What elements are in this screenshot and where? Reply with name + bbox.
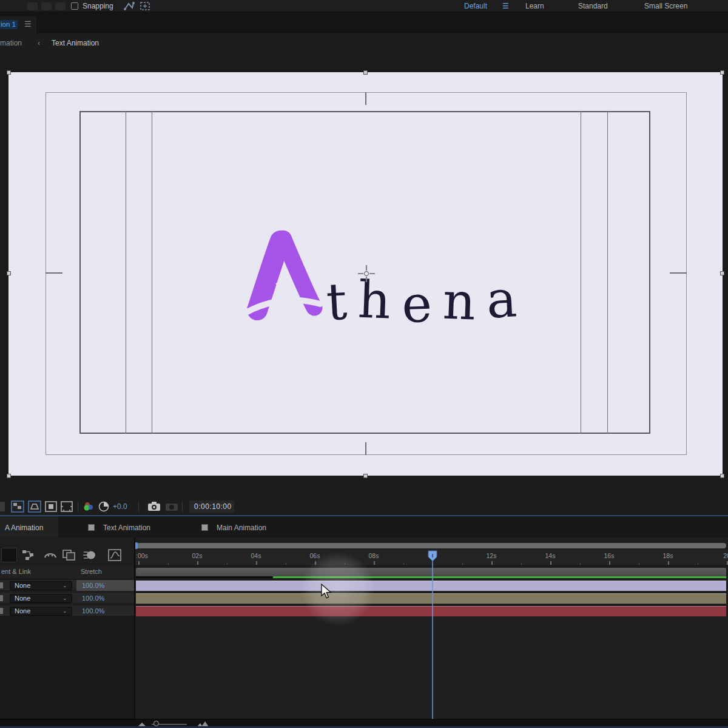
stretch-value[interactable]: 100.0% [82, 582, 104, 589]
layer-icon-fragment [0, 595, 3, 601]
logo-letter: t [325, 275, 359, 328]
workspace-item-default[interactable]: Default [464, 2, 487, 10]
cursor-highlight [302, 553, 374, 625]
timeline-panel: ent & Link Stretch None ⌄ 100.0% None ⌄ … [0, 538, 728, 728]
snapping-checkbox[interactable] [71, 2, 78, 10]
panel-column-divider[interactable] [134, 538, 135, 719]
composition-viewer[interactable]: thena [0, 53, 728, 499]
stretch-cell[interactable]: 100.0% [76, 593, 134, 604]
composition-breadcrumb: mation ‹ Text Animation [0, 33, 728, 53]
clipped-toolbar-icon [0, 502, 5, 511]
time-navigator-bar[interactable] [136, 543, 726, 548]
region-of-interest-icon[interactable] [28, 500, 41, 513]
exposure-value[interactable]: +0.0 [113, 502, 127, 511]
mask-visibility-icon[interactable] [61, 501, 73, 512]
comp-square-icon [201, 524, 208, 531]
chevron-down-icon[interactable]: ⌄ [62, 582, 67, 588]
tab-a-animation[interactable]: A Animation [5, 524, 43, 532]
graph-editor-icon[interactable] [108, 549, 121, 561]
workspace-item-learn[interactable]: Learn [525, 2, 544, 10]
workspace-item-small-screen[interactable]: Small Screen [644, 2, 687, 10]
work-area-bar[interactable] [136, 568, 726, 576]
layer-duration-bar[interactable] [136, 581, 726, 591]
layer-row[interactable]: None ⌄ 100.0% [0, 593, 134, 604]
motion-blur-icon[interactable] [83, 549, 97, 561]
ruler-tick [197, 561, 198, 565]
parent-value[interactable]: None [15, 595, 30, 602]
center-tick [46, 272, 62, 274]
shy-layers-icon[interactable] [44, 549, 57, 561]
parent-link-column-header[interactable]: ent & Link [1, 568, 31, 575]
composition-panel-tab-row: ion 1 ☰ [0, 12, 728, 33]
composition-tab-label[interactable]: ion 1 [0, 20, 18, 29]
selection-handle[interactable] [720, 474, 724, 478]
ruler-tick [256, 561, 257, 565]
show-snapshot-icon[interactable] [165, 501, 178, 512]
selection-handle[interactable] [363, 70, 368, 75]
top-toolbar: Snapping ☰ DefaultLearnStandardSmall Scr… [0, 0, 728, 12]
ruler-minor-tick [580, 563, 581, 565]
motion-path-icon[interactable] [124, 1, 135, 11]
snapshot-camera-icon[interactable] [147, 501, 161, 512]
layer-duration-bar[interactable] [136, 593, 726, 604]
logo-text[interactable]: thena [326, 276, 528, 327]
composition-canvas[interactable]: thena [8, 72, 723, 476]
snapping-label: Snapping [83, 2, 113, 10]
logo-letter-a[interactable] [238, 225, 335, 329]
ruler-tick [609, 561, 610, 565]
layer-duration-bar[interactable] [136, 606, 726, 616]
anchor-point-icon[interactable] [357, 264, 376, 283]
ruler-label: 02s [192, 552, 203, 559]
layer-row[interactable]: None ⌄ 100.0% [0, 605, 134, 616]
selection-handle[interactable] [7, 70, 11, 75]
center-tick [670, 272, 687, 274]
timeline-empty-area[interactable] [135, 616, 728, 719]
column-header-row: ent & Link Stretch [0, 565, 134, 579]
chevron-down-icon[interactable]: ⌄ [62, 595, 67, 601]
layer-row[interactable]: None ⌄ 100.0% [0, 580, 134, 591]
selection-handle[interactable] [720, 271, 724, 275]
selection-handle[interactable] [7, 271, 11, 275]
selection-handle[interactable] [720, 70, 724, 75]
grid-guides-icon[interactable] [45, 501, 57, 512]
toolbar-separator [78, 502, 78, 512]
parent-value[interactable]: None [15, 607, 30, 615]
ruler-tick [550, 561, 551, 565]
workspace-item-standard[interactable]: Standard [578, 2, 608, 10]
logo-letter: e [401, 278, 444, 330]
frame-blending-icon[interactable] [62, 549, 76, 561]
stretch-value[interactable]: 100.0% [82, 595, 104, 602]
resolution-icon[interactable] [98, 501, 109, 512]
ruler-tick [668, 561, 669, 565]
stretch-value[interactable]: 100.0% [82, 607, 104, 615]
panel-menu-icon[interactable]: ☰ [24, 19, 32, 29]
ruler-label: 08s [369, 552, 379, 559]
stretch-cell[interactable]: 100.0% [76, 605, 134, 616]
stretch-column-header[interactable]: Stretch [81, 568, 102, 575]
timeline-zoom-slider-knob[interactable] [153, 721, 159, 726]
transparency-grid-icon[interactable] [11, 500, 24, 513]
guide-line [126, 111, 126, 434]
selection-handle[interactable] [7, 474, 11, 478]
timecode-well[interactable] [1, 548, 17, 562]
logo-letter: a [485, 272, 528, 325]
guide-line [581, 111, 581, 434]
show-channel-icon[interactable] [83, 501, 95, 512]
disabled-tool-icon [41, 2, 52, 10]
parent-value[interactable]: None [15, 582, 30, 589]
ruler-tick [727, 561, 728, 565]
playhead-marker[interactable] [428, 550, 437, 562]
layer-icon-fragment [0, 608, 3, 614]
stretch-cell[interactable]: 100.0% [76, 580, 134, 591]
current-timecode[interactable]: 0:00:10:00 [194, 502, 232, 511]
tab-main-animation[interactable]: Main Animation [217, 524, 266, 532]
breadcrumb-parent[interactable]: mation [0, 39, 22, 47]
crosshair-box-icon[interactable] [140, 1, 150, 11]
mini-flowchart-icon[interactable] [22, 549, 35, 561]
workspace-menu-icon[interactable]: ☰ [502, 2, 509, 10]
selection-handle[interactable] [363, 474, 368, 478]
breadcrumb-current[interactable]: Text Animation [52, 39, 99, 47]
ruler-minor-tick [698, 563, 698, 565]
chevron-down-icon[interactable]: ⌄ [62, 608, 67, 614]
tab-text-animation[interactable]: Text Animation [103, 524, 150, 532]
